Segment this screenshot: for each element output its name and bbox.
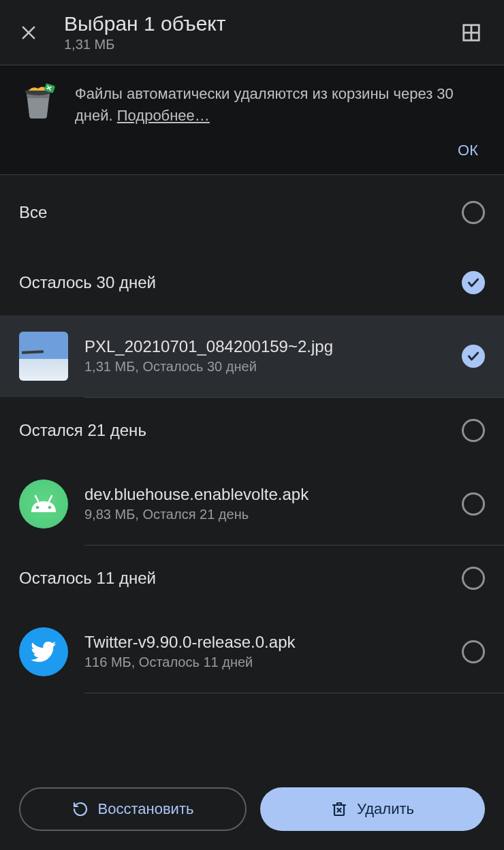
group-label: Осталось 30 дней <box>19 273 462 292</box>
restore-label: Восстановить <box>98 800 194 818</box>
svg-line-9 <box>35 496 38 501</box>
file-list: Все Осталось 30 дней PXL_20210701_084200… <box>0 175 504 772</box>
file-radio[interactable] <box>462 640 485 663</box>
svg-line-10 <box>49 496 52 501</box>
delete-icon <box>331 801 347 817</box>
check-icon <box>467 349 480 363</box>
group-header-21[interactable]: Остался 21 день <box>0 398 504 463</box>
group-header-all[interactable]: Все <box>0 175 504 250</box>
file-meta: 1,31 МБ, Осталось 30 дней <box>84 359 445 375</box>
file-thumbnail <box>19 479 68 529</box>
group-label: Остался 21 день <box>19 421 462 440</box>
restore-icon <box>72 801 89 817</box>
grid-view-button[interactable] <box>455 16 488 49</box>
close-button[interactable] <box>12 16 45 49</box>
select-all-radio[interactable] <box>462 201 485 224</box>
file-name: dev.bluehouse.enablevolte.apk <box>84 485 445 504</box>
file-row[interactable]: dev.bluehouse.enablevolte.apk 9,83 МБ, О… <box>0 463 504 545</box>
svg-point-7 <box>36 505 40 509</box>
file-meta: 116 МБ, Осталось 11 дней <box>84 655 445 670</box>
file-radio[interactable] <box>462 492 485 516</box>
group-radio[interactable] <box>462 567 485 590</box>
divider <box>84 693 504 693</box>
group-header-30[interactable]: Осталось 30 дней <box>0 250 504 315</box>
group-label: Осталось 11 дней <box>19 569 462 588</box>
svg-point-8 <box>48 505 52 509</box>
trash-icon <box>19 82 57 120</box>
group-radio[interactable] <box>462 271 485 294</box>
twitter-icon <box>30 638 57 665</box>
file-meta: 9,83 МБ, Остался 21 день <box>84 507 445 522</box>
banner-ok-button[interactable]: ОК <box>19 127 485 165</box>
page-title: Выбран 1 объект <box>64 12 436 35</box>
file-thumbnail <box>19 332 68 381</box>
file-row[interactable]: PXL_20210701_084200159~2.jpg 1,31 МБ, Ос… <box>0 315 504 397</box>
file-radio[interactable] <box>462 345 485 368</box>
selection-size: 1,31 МБ <box>64 37 436 52</box>
file-name: PXL_20210701_084200159~2.jpg <box>84 337 445 356</box>
delete-button[interactable]: Удалить <box>260 787 485 831</box>
file-row[interactable]: Twitter-v9.90.0-release.0.apk 116 МБ, Ос… <box>0 611 504 693</box>
delete-label: Удалить <box>357 800 414 818</box>
group-radio[interactable] <box>462 419 485 442</box>
close-icon <box>19 23 38 42</box>
banner-text: Файлы автоматически удаляются из корзины… <box>75 82 485 127</box>
file-name: Twitter-v9.90.0-release.0.apk <box>84 633 445 652</box>
group-label: Все <box>19 203 462 222</box>
android-icon <box>27 489 60 522</box>
action-bar: Восстановить Удалить <box>0 772 504 850</box>
info-banner: Файлы автоматически удаляются из корзины… <box>0 65 504 174</box>
check-icon <box>467 276 480 289</box>
learn-more-link[interactable]: Подробнее… <box>117 107 210 124</box>
restore-button[interactable]: Восстановить <box>19 787 247 831</box>
group-header-11[interactable]: Осталось 11 дней <box>0 546 504 611</box>
grid-icon <box>461 22 482 43</box>
selection-header: Выбран 1 объект 1,31 МБ <box>0 0 504 65</box>
file-thumbnail <box>19 627 68 676</box>
